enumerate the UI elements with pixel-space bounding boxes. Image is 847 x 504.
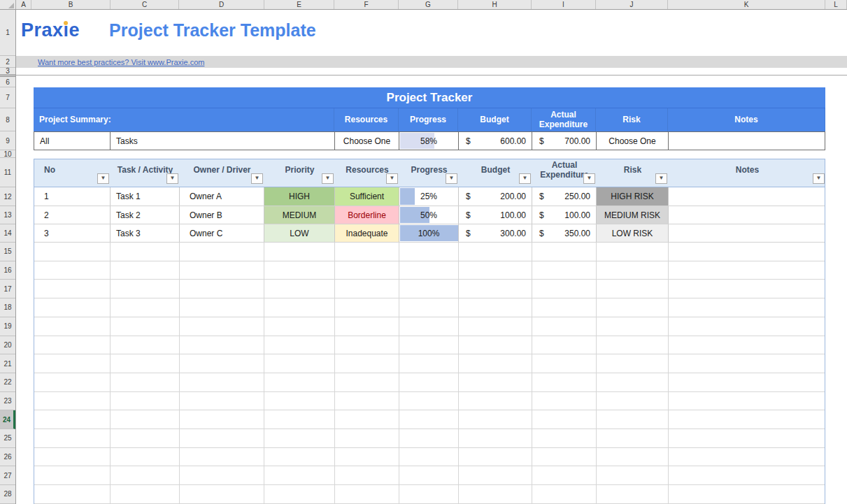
summary-scope-cell[interactable]: All	[34, 132, 111, 150]
empty-cell[interactable]	[180, 466, 264, 484]
empty-cell[interactable]	[532, 336, 597, 354]
empty-cell[interactable]	[399, 392, 459, 410]
empty-cell[interactable]	[34, 354, 111, 373]
empty-cell[interactable]	[264, 392, 335, 410]
summary-budget-cell[interactable]: $600.00	[459, 132, 532, 150]
empty-cell[interactable]	[597, 410, 669, 429]
empty-cell[interactable]	[399, 317, 459, 336]
summary-progress-cell[interactable]: 58%	[399, 132, 459, 150]
empty-cell[interactable]	[532, 392, 597, 410]
filter-button[interactable]: ▼	[322, 173, 334, 184]
filter-button[interactable]: ▼	[386, 173, 398, 184]
filter-button[interactable]: ▼	[251, 173, 263, 184]
empty-cell[interactable]	[111, 429, 180, 447]
row-header-cell[interactable]: 11	[0, 158, 15, 187]
empty-cell[interactable]	[532, 317, 597, 336]
notes-cell[interactable]	[669, 224, 826, 242]
empty-cell[interactable]	[264, 336, 335, 354]
empty-cell[interactable]	[34, 429, 111, 447]
summary-label-cell[interactable]: Project Summary:	[34, 108, 334, 131]
empty-cell[interactable]	[459, 448, 532, 466]
empty-cell[interactable]	[180, 392, 264, 410]
task-cell[interactable]: Task 2	[111, 206, 180, 224]
empty-cell[interactable]	[335, 485, 399, 503]
summary-actual-cell[interactable]: $700.00	[532, 132, 597, 150]
empty-cell[interactable]	[264, 354, 335, 373]
empty-cell[interactable]	[335, 317, 399, 336]
empty-cell[interactable]	[180, 354, 264, 373]
empty-cell[interactable]	[532, 485, 597, 503]
empty-cell[interactable]	[532, 410, 597, 429]
task-table-header-cell[interactable]: Resources▼	[335, 159, 399, 187]
task-table-header-cell[interactable]: No▼	[34, 159, 111, 187]
filter-button[interactable]: ▼	[519, 173, 531, 184]
filter-button[interactable]: ▼	[446, 173, 457, 184]
empty-cell[interactable]	[335, 429, 399, 447]
column-header-cell[interactable]: B	[31, 0, 111, 9]
row-header-cell[interactable]: 3	[0, 68, 15, 75]
row-header-cell[interactable]: 25	[0, 429, 15, 448]
empty-cell[interactable]	[669, 317, 826, 336]
priority-cell[interactable]: MEDIUM	[264, 206, 335, 224]
progress-cell[interactable]: 25%	[399, 187, 459, 206]
empty-cell[interactable]	[459, 392, 532, 410]
empty-cell[interactable]	[399, 243, 459, 261]
column-header-cell[interactable]: G	[399, 0, 458, 9]
empty-cell[interactable]	[597, 429, 669, 447]
empty-cell[interactable]	[399, 280, 459, 298]
empty-cell[interactable]	[34, 392, 111, 410]
empty-cell[interactable]	[597, 448, 669, 466]
owner-cell[interactable]: Owner B	[180, 206, 264, 224]
empty-cell[interactable]	[597, 392, 669, 410]
row-header-cell[interactable]: 14	[0, 224, 15, 243]
empty-cell[interactable]	[264, 373, 335, 391]
empty-cell[interactable]	[532, 261, 597, 280]
column-header-cell[interactable]: K	[668, 0, 825, 9]
row-header-cell[interactable]: 16	[0, 261, 15, 280]
empty-cell[interactable]	[180, 448, 264, 466]
actual-cell[interactable]: $100.00	[532, 206, 597, 224]
actual-cell[interactable]: $250.00	[532, 187, 597, 206]
no-cell[interactable]: 2	[34, 206, 111, 224]
row-header-cell[interactable]: 9	[0, 131, 15, 150]
risk-cell[interactable]: MEDIUM RISK	[597, 206, 669, 224]
empty-cell[interactable]	[459, 410, 532, 429]
task-table-header-cell[interactable]: Priority▼	[264, 159, 335, 187]
resources-cell[interactable]: Borderline	[335, 206, 399, 224]
empty-cell[interactable]	[669, 485, 826, 503]
empty-cell[interactable]	[669, 298, 826, 317]
task-cell[interactable]: Task 1	[111, 187, 180, 206]
progress-cell[interactable]: 50%	[399, 206, 459, 224]
row-header-cell[interactable]: 26	[0, 448, 15, 467]
row-header-cell[interactable]: 12	[0, 187, 15, 206]
empty-cell[interactable]	[459, 485, 532, 503]
owner-cell[interactable]: Owner A	[180, 187, 264, 206]
empty-cell[interactable]	[34, 298, 111, 317]
empty-cell[interactable]	[34, 336, 111, 354]
empty-cell[interactable]	[180, 336, 264, 354]
row-header-cell[interactable]: 28	[0, 485, 15, 504]
empty-cell[interactable]	[264, 261, 335, 280]
row-header-cell[interactable]: 8	[0, 108, 15, 131]
empty-cell[interactable]	[264, 243, 335, 261]
empty-cell[interactable]	[111, 485, 180, 503]
empty-cell[interactable]	[399, 354, 459, 373]
priority-cell[interactable]: LOW	[264, 224, 335, 242]
row-header-cell[interactable]: 21	[0, 354, 15, 373]
empty-cell[interactable]	[597, 261, 669, 280]
empty-cell[interactable]	[264, 280, 335, 298]
row-header-cell[interactable]: 1	[0, 10, 15, 56]
empty-cell[interactable]	[111, 410, 180, 429]
task-table-header-cell[interactable]: Notes▼	[669, 159, 826, 187]
task-table-header-cell[interactable]: Owner / Driver▼	[180, 159, 264, 187]
empty-cell[interactable]	[335, 243, 399, 261]
empty-cell[interactable]	[669, 448, 826, 466]
empty-cell[interactable]	[669, 392, 826, 410]
empty-cell[interactable]	[459, 298, 532, 317]
empty-cell[interactable]	[669, 336, 826, 354]
empty-cell[interactable]	[399, 466, 459, 484]
empty-cell[interactable]	[532, 354, 597, 373]
column-header-cell[interactable]: J	[596, 0, 668, 9]
empty-cell[interactable]	[335, 354, 399, 373]
empty-cell[interactable]	[597, 336, 669, 354]
